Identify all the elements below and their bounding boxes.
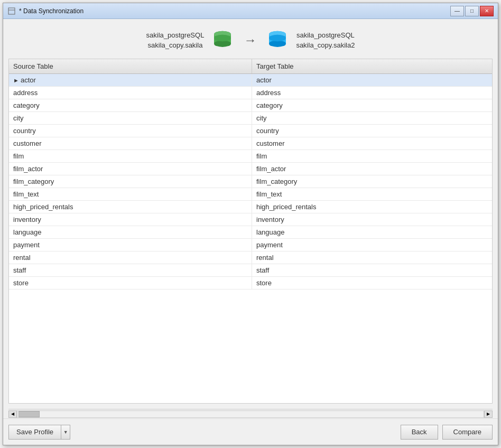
target-db-name: sakila_postgreSQL (296, 30, 355, 41)
target-cell: customer (252, 137, 492, 150)
table-row[interactable]: film_categoryfilm_category (9, 175, 492, 188)
content-area: sakila_postgreSQL sakila_copy.sakila → (3, 19, 498, 445)
source-cell: customer (9, 137, 252, 150)
source-cell: store (9, 277, 252, 289)
h-scrollbar-thumb[interactable] (18, 411, 40, 417)
scroll-left-arrow[interactable]: ◀ (8, 410, 17, 418)
target-cell: film_category (252, 175, 492, 188)
dropdown-arrow-icon: ▼ (63, 430, 68, 435)
save-profile-dropdown-button[interactable]: ▼ (61, 425, 70, 440)
source-db-icon (212, 30, 233, 51)
table-row[interactable]: filmfilm (9, 150, 492, 163)
source-cell: category (9, 99, 252, 111)
table-row[interactable]: ►actoractor (9, 74, 492, 87)
title-bar: * Data Synchronization — □ ✕ (3, 3, 498, 19)
window-icon (7, 7, 16, 15)
target-cell: address (252, 87, 492, 99)
target-cell: country (252, 125, 492, 137)
source-cell: film_actor (9, 163, 252, 175)
back-button[interactable]: Back (401, 425, 438, 440)
source-cell: address (9, 87, 252, 99)
table-row[interactable]: customercustomer (9, 137, 492, 150)
row-indicator: ► (13, 77, 21, 83)
svg-point-4 (214, 40, 231, 46)
table-row[interactable]: languagelanguage (9, 226, 492, 239)
restore-button[interactable]: □ (465, 6, 479, 16)
svg-point-13 (269, 35, 286, 41)
source-cell: city (9, 112, 252, 124)
db-header: sakila_postgreSQL sakila_copy.sakila → (3, 19, 498, 59)
source-cell: country (9, 125, 252, 137)
source-cell: film_category (9, 175, 252, 188)
footer: Save Profile ▼ Back Compare (3, 418, 498, 445)
source-cell: high_priced_rentals (9, 201, 252, 213)
save-profile-button[interactable]: Save Profile (8, 425, 61, 440)
table-row[interactable]: film_actorfilm_actor (9, 163, 492, 175)
target-cell: category (252, 99, 492, 111)
table-row[interactable]: citycity (9, 112, 492, 125)
target-cell: actor (252, 74, 492, 86)
table-body[interactable]: ►actoractoraddressaddresscategorycategor… (9, 74, 492, 403)
source-table-header: Source Table (9, 59, 252, 73)
source-cell: rental (9, 251, 252, 264)
table-row[interactable]: paymentpayment (9, 239, 492, 251)
main-window: * Data Synchronization — □ ✕ sakila_post… (3, 3, 498, 445)
source-cell: film (9, 150, 252, 162)
save-profile-group: Save Profile ▼ (8, 425, 70, 440)
source-db-schema: sakila_copy.sakila (148, 40, 203, 51)
target-cell: payment (252, 239, 492, 251)
source-cell: payment (9, 239, 252, 251)
source-db-info: sakila_postgreSQL sakila_copy.sakila (146, 30, 205, 51)
target-cell: staff (252, 264, 492, 276)
table-row[interactable]: staffstaff (9, 264, 492, 277)
table-header: Source Table Target Table (9, 59, 492, 74)
target-cell: inventory (252, 213, 492, 226)
target-cell: city (252, 112, 492, 124)
table-row[interactable]: countrycountry (9, 125, 492, 137)
table-row[interactable]: addressaddress (9, 87, 492, 99)
h-scrollbar-track[interactable] (17, 410, 484, 418)
sync-table: Source Table Target Table ►actoractoradd… (8, 59, 493, 404)
target-table-header: Target Table (252, 59, 492, 73)
table-row[interactable]: rentalrental (9, 251, 492, 264)
target-cell: rental (252, 251, 492, 264)
target-cell: film_actor (252, 163, 492, 175)
table-row[interactable]: inventoryinventory (9, 213, 492, 226)
window-title: * Data Synchronization (19, 7, 450, 15)
table-row[interactable]: categorycategory (9, 99, 492, 112)
sync-arrow: → (244, 33, 256, 48)
window-controls: — □ ✕ (450, 6, 494, 16)
compare-button[interactable]: Compare (442, 425, 493, 440)
target-cell: language (252, 226, 492, 238)
target-cell: film_text (252, 188, 492, 200)
minimize-button[interactable]: — (450, 6, 464, 16)
svg-rect-0 (8, 8, 15, 14)
target-cell: store (252, 277, 492, 289)
source-db-name: sakila_postgreSQL (146, 30, 205, 41)
horizontal-scrollbar[interactable]: ◀ ▶ (8, 409, 493, 418)
target-cell: film (252, 150, 492, 162)
source-cell: staff (9, 264, 252, 276)
svg-point-7 (214, 35, 231, 41)
footer-right: Back Compare (401, 425, 493, 440)
target-db-icon (267, 30, 288, 51)
target-db-info: sakila_postgreSQL sakila_copy.sakila2 (296, 30, 355, 51)
source-cell: ►actor (9, 74, 252, 86)
table-row[interactable]: high_priced_rentalshigh_priced_rentals (9, 201, 492, 213)
target-db-schema: sakila_copy.sakila2 (296, 40, 355, 51)
table-row[interactable]: storestore (9, 277, 492, 290)
target-cell: high_priced_rentals (252, 201, 492, 213)
close-button[interactable]: ✕ (480, 6, 494, 16)
scroll-right-arrow[interactable]: ▶ (484, 410, 493, 418)
svg-point-10 (269, 40, 286, 46)
source-cell: language (9, 226, 252, 238)
table-row[interactable]: film_textfilm_text (9, 188, 492, 201)
source-cell: inventory (9, 213, 252, 226)
source-cell: film_text (9, 188, 252, 200)
